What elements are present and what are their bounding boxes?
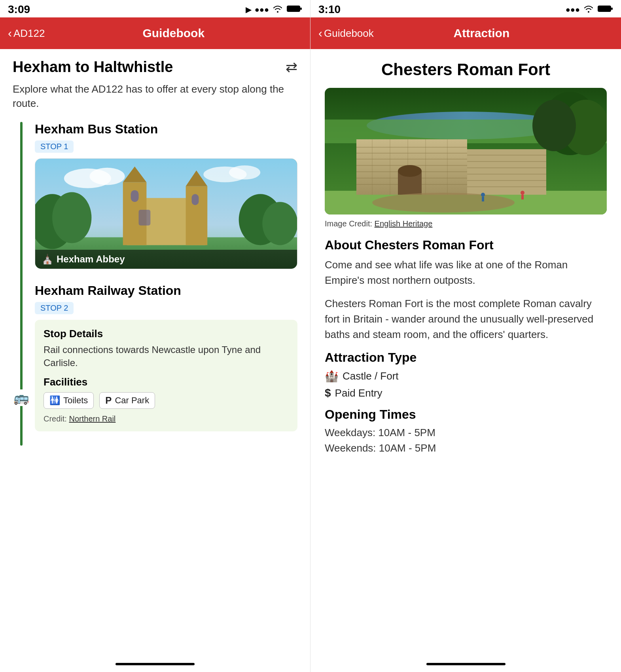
bus-icon: 🚌 bbox=[13, 389, 30, 406]
location-icon: ▶ bbox=[246, 5, 252, 14]
hexham-abbey-label: ⛪ Hexham Abbey bbox=[35, 250, 297, 269]
timeline-content: Hexham Bus Station STOP 1 bbox=[30, 122, 297, 446]
right-wifi-icon bbox=[583, 5, 594, 15]
timeline: 🚌 Hexham Bus Station STOP 1 bbox=[13, 122, 297, 446]
svg-point-17 bbox=[89, 168, 125, 185]
left-back-label: AD122 bbox=[13, 27, 45, 40]
svg-rect-55 bbox=[521, 195, 524, 199]
right-back-button[interactable]: ‹ Guidebook bbox=[318, 27, 374, 40]
left-panel: 3:09 ▶ ●●● ‹ AD122 Guid bbox=[0, 0, 310, 672]
stop-details-card: Stop Details Rail connections towards Ne… bbox=[35, 320, 297, 431]
right-panel: 3:10 ●●● ‹ Guidebook Attracti bbox=[310, 0, 621, 672]
left-nav-title: Guidebook bbox=[45, 27, 303, 40]
left-time: 3:09 bbox=[8, 3, 30, 16]
svg-rect-21 bbox=[611, 8, 613, 10]
right-back-label: Guidebook bbox=[324, 27, 374, 40]
right-nav-bar: ‹ Guidebook Attraction bbox=[310, 17, 621, 49]
stop-2-title: Hexham Railway Station bbox=[35, 283, 297, 298]
svg-rect-13 bbox=[139, 210, 151, 226]
about-heading: About Chesters Roman Fort bbox=[325, 238, 607, 252]
facilities-row: 🚻 Toilets P Car Park bbox=[44, 392, 289, 409]
stop-2-section: Hexham Railway Station STOP 2 Stop Detai… bbox=[35, 283, 297, 431]
toilets-icon: 🚻 bbox=[49, 395, 60, 406]
church-icon: ⛪ bbox=[42, 254, 53, 265]
opening-times-heading: Opening Times bbox=[325, 407, 607, 422]
attraction-image-container bbox=[325, 88, 607, 215]
stop-1-title: Hexham Bus Station bbox=[35, 122, 297, 137]
page-header: Hexham to Haltwhistle ⇄ bbox=[13, 59, 297, 76]
wifi-icon bbox=[272, 5, 283, 15]
stop-2-badge: STOP 2 bbox=[35, 302, 74, 314]
swap-icon[interactable]: ⇄ bbox=[286, 59, 297, 76]
facilities-heading: Facilities bbox=[44, 376, 289, 388]
toilets-label: Toilets bbox=[63, 395, 88, 406]
page-title: Hexham to Haltwhistle bbox=[13, 59, 173, 76]
svg-rect-0 bbox=[287, 6, 300, 12]
stop-1-section: Hexham Bus Station STOP 1 bbox=[35, 122, 297, 269]
svg-rect-11 bbox=[131, 190, 139, 202]
weekends-hours: Weekends: 10AM - 5PM bbox=[325, 442, 607, 454]
paid-entry-row: $ Paid Entry bbox=[325, 387, 607, 399]
left-status-icons: ▶ ●●● bbox=[246, 4, 302, 15]
right-content-scroll[interactable]: Chesters Roman Fort bbox=[310, 49, 621, 656]
paid-entry-label: Paid Entry bbox=[335, 387, 382, 399]
right-home-bar bbox=[426, 663, 506, 665]
right-time: 3:10 bbox=[318, 3, 341, 16]
left-chevron-icon: ‹ bbox=[8, 27, 12, 40]
stop-details-heading: Stop Details bbox=[44, 328, 289, 340]
car-park-icon: P bbox=[105, 395, 112, 406]
svg-rect-20 bbox=[598, 6, 611, 12]
credit-text: Credit: Northern Rail bbox=[44, 414, 289, 423]
weekdays-hours: Weekdays: 10AM - 5PM bbox=[325, 427, 607, 439]
right-signal-icon: ●●● bbox=[566, 5, 580, 14]
about-text-1: Come and see what life was like at one o… bbox=[325, 257, 607, 288]
right-home-indicator bbox=[310, 656, 621, 672]
svg-point-52 bbox=[481, 193, 485, 197]
attraction-title: Chesters Roman Fort bbox=[325, 60, 607, 79]
left-content: Hexham to Haltwhistle ⇄ Explore what the… bbox=[0, 49, 310, 455]
hexham-abbey-card[interactable]: ⛪ Hexham Abbey bbox=[35, 158, 297, 269]
svg-point-15 bbox=[262, 202, 297, 245]
left-nav-bar: ‹ AD122 Guidebook bbox=[0, 17, 310, 49]
svg-point-48 bbox=[372, 193, 515, 213]
svg-rect-41 bbox=[467, 149, 546, 195]
image-credit: Image Credit: English Heritage bbox=[325, 219, 607, 228]
svg-point-51 bbox=[532, 100, 576, 151]
svg-point-5 bbox=[52, 192, 91, 243]
battery-icon bbox=[286, 4, 302, 15]
english-heritage-link[interactable]: English Heritage bbox=[375, 219, 433, 228]
right-chevron-icon: ‹ bbox=[318, 27, 322, 40]
timeline-line-col: 🚌 bbox=[13, 122, 30, 446]
right-battery-icon bbox=[597, 4, 613, 15]
svg-rect-12 bbox=[192, 194, 199, 205]
castle-fort-row: 🏰 Castle / Fort bbox=[325, 370, 607, 383]
stop-details-text: Rail connections towards Newcastle upon … bbox=[44, 343, 289, 370]
right-nav-title: Attraction bbox=[374, 27, 589, 40]
left-status-bar: 3:09 ▶ ●●● bbox=[0, 0, 310, 17]
right-status-bar: 3:10 ●●● bbox=[310, 0, 621, 17]
right-content: Chesters Roman Fort bbox=[310, 49, 621, 469]
svg-point-40 bbox=[398, 165, 422, 177]
home-bar bbox=[115, 663, 195, 665]
svg-point-54 bbox=[521, 191, 524, 195]
castle-icon: 🏰 bbox=[325, 370, 339, 383]
about-text-2: Chesters Roman Fort is the most complete… bbox=[325, 296, 607, 342]
castle-fort-label: Castle / Fort bbox=[343, 370, 399, 382]
car-park-label: Car Park bbox=[115, 395, 149, 406]
paid-entry-icon: $ bbox=[325, 387, 331, 399]
svg-point-19 bbox=[229, 165, 260, 180]
left-content-scroll[interactable]: Hexham to Haltwhistle ⇄ Explore what the… bbox=[0, 49, 310, 656]
left-home-indicator bbox=[0, 656, 310, 672]
right-status-icons: ●●● bbox=[566, 4, 613, 15]
northern-rail-link[interactable]: Northern Rail bbox=[69, 414, 115, 423]
stop-1-badge: STOP 1 bbox=[35, 140, 74, 153]
left-back-button[interactable]: ‹ AD122 bbox=[8, 27, 45, 40]
signal-icon: ●●● bbox=[255, 5, 269, 14]
page-subtitle: Explore what the AD122 has to offer at e… bbox=[13, 82, 297, 111]
svg-rect-53 bbox=[482, 197, 484, 201]
hexham-abbey-text: Hexham Abbey bbox=[57, 254, 125, 265]
toilets-chip: 🚻 Toilets bbox=[44, 392, 94, 409]
attraction-type-heading: Attraction Type bbox=[325, 350, 607, 365]
svg-rect-1 bbox=[300, 8, 302, 10]
car-park-chip: P Car Park bbox=[99, 392, 155, 409]
